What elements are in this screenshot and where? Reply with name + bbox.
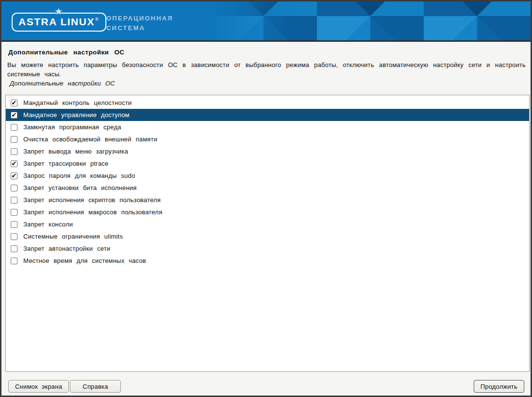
option-row[interactable]: Запрет исполнения скриптов пользователя: [6, 194, 529, 206]
screenshot-button[interactable]: Снимок экрана: [8, 380, 69, 393]
continue-button[interactable]: Продолжить: [474, 380, 524, 393]
checkbox-icon[interactable]: ✔: [11, 100, 17, 106]
checkbox-icon[interactable]: ✔: [11, 160, 17, 167]
option-label: Запрос пароля для команды sudo: [23, 172, 135, 179]
checkbox-icon[interactable]: [11, 233, 17, 240]
option-label: Очистка освобождаемой внешней памяти: [23, 136, 157, 143]
checkbox-icon[interactable]: [11, 148, 17, 155]
option-row[interactable]: Системные ограничения ulimits: [6, 230, 529, 242]
option-row[interactable]: Запрет вывода меню загрузчика: [6, 145, 529, 157]
option-row[interactable]: Замкнутая программная среда: [6, 121, 529, 133]
option-row[interactable]: ✔ Мандатное управление доступом: [6, 109, 529, 121]
logo-text: ASTRA LINUX: [18, 16, 95, 27]
option-label: Системные ограничения ulimits: [23, 233, 123, 240]
brand-line-1: ОПЕРАЦИОННАЯ: [106, 14, 173, 23]
option-row[interactable]: Очистка освобождаемой внешней памяти: [6, 133, 529, 145]
option-label: Запрет исполнения макросов пользователя: [23, 208, 162, 216]
header-facet-pattern: [210, 1, 531, 40]
registered-mark: ®: [95, 17, 99, 22]
option-label: Запрет автонастройки сети: [23, 245, 110, 252]
checkbox-icon[interactable]: [11, 245, 17, 252]
checkbox-icon[interactable]: ✔: [11, 112, 17, 119]
option-row[interactable]: Запрет автонастройки сети: [6, 242, 529, 255]
page-description: Вы можете настроить параметры безопаснос…: [7, 60, 526, 79]
option-label: Мандатное управление доступом: [23, 111, 130, 119]
option-row[interactable]: Местное время для системных часов: [6, 255, 529, 267]
options-list[interactable]: ✔ Мандатный контроль целостности ✔ Манда…: [5, 95, 530, 372]
option-label: Запрет установки бита исполнения: [23, 184, 136, 191]
brand-line-2: СИСТЕМА: [106, 23, 173, 33]
options-list-label: Дополнительные настройки ОС: [10, 80, 115, 87]
option-row[interactable]: ✔ Запрос пароля для команды sudo: [6, 170, 529, 182]
help-button[interactable]: Справка: [70, 380, 121, 393]
checkbox-icon[interactable]: [11, 136, 17, 143]
checkbox-icon[interactable]: ✔: [11, 173, 17, 179]
option-label: Мандатный контроль целостности: [23, 99, 132, 106]
checkbox-icon[interactable]: [11, 209, 17, 216]
astra-linux-logo: ★ ASTRA LINUX®: [12, 13, 106, 32]
star-icon: ★: [54, 7, 64, 16]
option-label: Запрет исполнения скриптов пользователя: [23, 196, 161, 204]
option-row[interactable]: ✔ Мандатный контроль целостности: [6, 97, 529, 109]
option-row[interactable]: ✔ Запрет трассировки ptrace: [6, 157, 529, 170]
option-label: Местное время для системных часов: [23, 257, 146, 264]
option-row[interactable]: Запрет установки бита исполнения: [6, 182, 529, 194]
checkbox-icon[interactable]: [11, 258, 17, 264]
option-label: Запрет трассировки ptrace: [23, 160, 108, 167]
checkbox-icon[interactable]: [11, 221, 17, 228]
option-row[interactable]: Запрет консоли: [6, 218, 529, 230]
option-label: Запрет консоли: [23, 221, 73, 228]
option-label: Замкнутая программная среда: [23, 123, 121, 131]
page-title: Дополнительные настройки ОС: [8, 49, 125, 56]
option-label: Запрет вывода меню загрузчика: [23, 148, 128, 155]
header-banner: ★ ASTRA LINUX® ОПЕРАЦИОННАЯ СИСТЕМА: [1, 1, 531, 42]
brand-caption: ОПЕРАЦИОННАЯ СИСТЕМА: [106, 14, 173, 33]
checkbox-icon[interactable]: [11, 124, 17, 131]
checkbox-icon[interactable]: [11, 197, 17, 204]
option-row[interactable]: Запрет исполнения макросов пользователя: [6, 206, 529, 218]
checkbox-icon[interactable]: [11, 185, 17, 191]
installer-window: ★ ASTRA LINUX® ОПЕРАЦИОННАЯ СИСТЕМА Допо…: [0, 0, 532, 397]
